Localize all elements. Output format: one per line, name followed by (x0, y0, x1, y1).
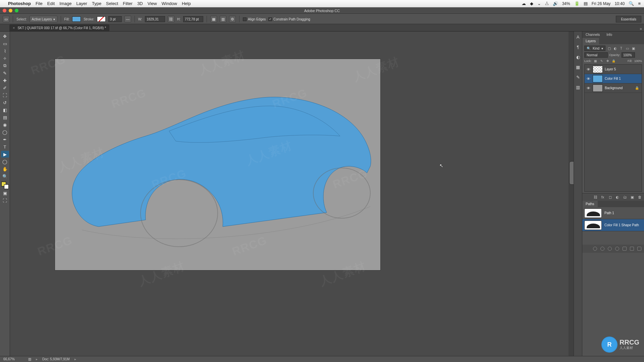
add-mask-icon[interactable] (623, 247, 627, 251)
filter-smart-icon[interactable]: ▣ (631, 46, 636, 51)
path-name[interactable]: Path 1 (604, 211, 614, 215)
link-wh-icon[interactable]: ⛓ (168, 16, 174, 22)
dropdown-icon[interactable]: ⌄ (537, 1, 541, 6)
constrain-checkbox[interactable]: ✓Constrain Path Dragging (268, 17, 310, 21)
screen-mode-icon[interactable]: ⛶ (1, 197, 9, 204)
battery-icon[interactable]: 🔋 (574, 1, 580, 6)
adjustments-panel-icon[interactable]: ◐ (575, 54, 581, 60)
document-tab[interactable]: × SKT | QUARTER 000 17.tif @ 66,7% (Colo… (9, 24, 109, 31)
new-layer-icon[interactable]: ▣ (630, 195, 635, 199)
path-arrange-icon[interactable]: ▥ (220, 16, 226, 22)
delete-layer-icon[interactable]: 🗑 (637, 195, 642, 199)
lock-pixels-icon[interactable]: ✎ (600, 59, 604, 63)
gradient-tool[interactable]: ▤ (1, 114, 9, 121)
workspace-switcher[interactable]: Essentials (616, 16, 641, 22)
path-to-selection-icon[interactable] (608, 247, 612, 251)
opacity-value[interactable]: 100% (622, 52, 635, 58)
menu-window[interactable]: Window (162, 1, 177, 6)
path-item[interactable]: Path 1 (582, 207, 644, 219)
fill-value[interactable]: 100% (634, 59, 642, 63)
width-input[interactable] (145, 16, 165, 22)
stroke-width-input[interactable] (108, 16, 122, 22)
menu-3d[interactable]: 3D (137, 1, 143, 6)
visibility-toggle-icon[interactable]: 👁 (586, 86, 591, 90)
stroke-path-icon[interactable] (600, 247, 604, 251)
path-item[interactable]: Color Fill 1 Shape Path (582, 219, 644, 231)
select-dropdown[interactable]: Active Layers▾ (30, 16, 57, 22)
pen-tool[interactable]: ✒ (1, 136, 9, 143)
canvas-area[interactable]: RRCG RRCG 人人素材 RRCG 人人素材 人人素材 RRCG 人人素材 … (10, 32, 574, 356)
layer-thumbnail[interactable] (593, 84, 603, 92)
path-align-icon[interactable]: ▦ (210, 16, 217, 22)
foreground-background-colors[interactable] (1, 182, 9, 189)
path-select-tool-icon[interactable]: ▭ (3, 16, 9, 22)
fill-swatch[interactable] (72, 16, 81, 22)
blend-mode-dropdown[interactable]: Normal (584, 52, 608, 58)
brush-panel-icon[interactable]: ✎ (575, 74, 581, 80)
volume-icon[interactable]: 🔊 (553, 1, 558, 6)
menu-type[interactable]: Type (92, 1, 101, 6)
layer-fx-icon[interactable]: fx (600, 195, 605, 199)
cloud-icon[interactable]: ☁︎ (522, 1, 526, 6)
path-selection-tool[interactable]: ▶ (1, 151, 9, 158)
spotlight-icon[interactable]: 🔍 (629, 1, 634, 6)
layer-name[interactable]: Color Fill 1 (605, 77, 621, 80)
control-icon[interactable]: ▤ (584, 1, 588, 6)
status-arrow2-icon[interactable]: ▸ (74, 357, 76, 361)
tab-paths[interactable]: Paths (582, 201, 598, 207)
filter-adjust-icon[interactable]: ◐ (613, 46, 618, 51)
layer-item[interactable]: 👁 Background 🔒 (585, 83, 642, 93)
menu-image[interactable]: Image (59, 1, 71, 6)
link-layers-icon[interactable]: ⛓ (593, 195, 598, 199)
healing-brush-tool[interactable]: ✚ (1, 77, 9, 84)
paragraph-panel-icon[interactable]: ¶ (575, 44, 581, 50)
filter-shape-icon[interactable]: ▭ (625, 46, 630, 51)
eyedropper-tool[interactable]: ✎ (1, 70, 9, 76)
filter-pixel-icon[interactable]: ▢ (607, 46, 611, 51)
layer-mask-icon[interactable]: ◻ (608, 195, 612, 199)
blur-tool[interactable]: ◉ (1, 121, 9, 128)
menu-help[interactable]: Help (182, 1, 191, 6)
styles-panel-icon[interactable]: ▦ (575, 64, 581, 70)
zoom-level[interactable]: 66,67% (3, 357, 23, 361)
lasso-tool[interactable]: ⌇ (1, 48, 9, 54)
move-tool[interactable]: ✥ (1, 33, 9, 40)
menu-edit[interactable]: Edit (47, 1, 55, 6)
filter-type-icon[interactable]: T (619, 46, 624, 51)
character-panel-icon[interactable]: A (575, 34, 581, 40)
zoom-tool[interactable]: 🔍 (1, 173, 9, 180)
path-name[interactable]: Color Fill 1 Shape Path (604, 223, 639, 227)
brush-tool[interactable]: ✐ (1, 84, 9, 91)
vertical-scrollbar[interactable] (569, 32, 574, 356)
close-window-button[interactable] (3, 9, 6, 12)
menu-file[interactable]: File (36, 1, 43, 6)
zoom-window-button[interactable] (15, 9, 18, 12)
tab-info[interactable]: Info (603, 32, 615, 38)
fill-path-icon[interactable] (593, 247, 597, 251)
type-tool[interactable]: T (1, 143, 9, 150)
menu-layer[interactable]: Layer (76, 1, 87, 6)
tab-layers[interactable]: Layers (582, 38, 599, 44)
status-arrow-icon[interactable]: ▸ (36, 357, 38, 361)
menubar-time[interactable]: 10:40 (614, 1, 625, 6)
menu-filter[interactable]: Filter (123, 1, 132, 6)
shape-tool[interactable]: ◯ (1, 158, 9, 165)
artboard[interactable] (55, 59, 380, 270)
layer-filter-kind[interactable]: 🔍 Kind ▾ (584, 46, 605, 51)
marquee-tool[interactable]: ▭ (1, 40, 9, 47)
menubar-date[interactable]: Fri 26 May (592, 1, 611, 6)
stroke-swatch[interactable] (97, 16, 106, 22)
history-brush-tool[interactable]: ↺ (1, 99, 9, 106)
eraser-tool[interactable]: ◧ (1, 107, 9, 113)
visibility-toggle-icon[interactable]: 👁 (586, 67, 591, 71)
align-edges-checkbox[interactable]: Align Edges (243, 17, 266, 21)
lock-all-icon[interactable]: 🔒 (612, 59, 616, 63)
crop-tool[interactable]: ⧉ (1, 62, 9, 69)
height-input[interactable] (183, 16, 203, 22)
hand-tool[interactable]: ✋ (1, 166, 9, 172)
clone-stamp-tool[interactable]: ⛶ (1, 92, 9, 99)
tab-channels[interactable]: Channels (582, 32, 603, 38)
group-icon[interactable]: 🗂 (623, 195, 627, 199)
layer-thumbnail[interactable] (593, 75, 603, 82)
stroke-type-dropdown[interactable]: — (124, 16, 131, 22)
